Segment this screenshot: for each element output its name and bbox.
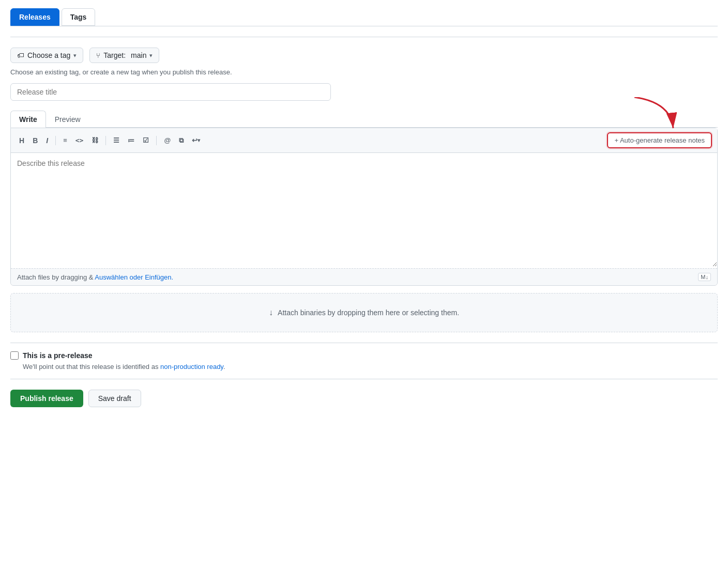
choose-tag-dropdown[interactable]: 🏷 Choose a tag ▾: [10, 48, 83, 63]
pre-release-label[interactable]: This is a pre-release: [23, 351, 93, 360]
tab-releases[interactable]: Releases: [10, 8, 59, 26]
chevron-down-icon: ▾: [73, 52, 77, 59]
task-icon: ☑: [143, 136, 149, 144]
editor-container: H B I ≡ <> ⛓: [10, 128, 718, 286]
pre-release-section: This is a pre-release We'll point out th…: [10, 343, 718, 379]
pre-release-description: We'll point out that this release is ide…: [23, 363, 718, 371]
editor-toolbar: H B I ≡ <> ⛓: [11, 128, 717, 153]
link-icon: ⛓: [92, 136, 98, 144]
attach-select-link[interactable]: Auswählen oder Einfügen.: [95, 273, 173, 281]
pre-release-row: This is a pre-release: [10, 351, 718, 360]
undo-icon: ↩: [192, 136, 198, 144]
target-label: Target:: [103, 51, 126, 59]
controls-row: 🏷 Choose a tag ▾ ⑂ Target: main ▾: [10, 48, 718, 63]
tab-write[interactable]: Write: [10, 111, 46, 128]
toolbar-heading-btn[interactable]: H: [16, 134, 27, 147]
header-divider: [10, 37, 718, 37]
actions-row: Publish release Save draft: [10, 390, 718, 407]
attach-text: Attach files by dragging & Auswählen ode…: [17, 273, 173, 281]
tabs-row: Releases Tags: [10, 8, 718, 26]
code-icon: <>: [75, 136, 84, 144]
tab-preview[interactable]: Preview: [46, 111, 89, 128]
pre-release-desc-text: We'll point out that this release is ide…: [23, 363, 160, 371]
toolbar-ref-btn[interactable]: ⧉: [176, 134, 187, 147]
ol-icon: ≔: [128, 136, 134, 144]
release-title-input[interactable]: [10, 83, 331, 101]
toolbar-sep-2: [105, 136, 106, 145]
download-arrow-icon: ↓: [269, 308, 273, 317]
description-textarea[interactable]: [11, 153, 717, 267]
auto-generate-wrapper: + Auto-generate release notes: [607, 132, 712, 148]
toolbar-link-btn[interactable]: ⛓: [88, 134, 101, 146]
tag-icon: 🏷: [17, 51, 24, 59]
target-branch-dropdown[interactable]: ⑂ Target: main ▾: [89, 48, 159, 63]
pre-release-checkbox[interactable]: [10, 351, 19, 360]
save-draft-button[interactable]: Save draft: [88, 390, 141, 407]
undo-chevron: ▾: [198, 137, 200, 143]
toolbar-sep-1: [55, 136, 56, 145]
chevron-down-icon-2: ▾: [149, 52, 153, 59]
toolbar-code-btn[interactable]: <>: [72, 134, 87, 146]
tab-tags[interactable]: Tags: [62, 8, 96, 26]
toolbar-left: H B I ≡ <> ⛓: [16, 134, 203, 147]
attach-files-row: Attach files by dragging & Auswählen ode…: [11, 268, 717, 285]
mention-icon: @: [164, 136, 171, 144]
binaries-dropzone[interactable]: ↓ Attach binaries by dropping them here …: [10, 293, 718, 332]
tag-hint: Choose an existing tag, or create a new …: [10, 68, 718, 76]
non-production-link[interactable]: non-production ready: [160, 363, 223, 371]
markdown-icon: M↓: [698, 273, 711, 281]
toolbar-list-heading-btn[interactable]: ≡: [60, 134, 70, 146]
toolbar-ol-btn[interactable]: ≔: [125, 134, 138, 146]
attach-text-1: Attach files by dragging &: [17, 273, 93, 281]
toolbar-sep-3: [156, 136, 157, 145]
toolbar-bold-btn[interactable]: B: [29, 134, 41, 147]
branch-icon: ⑂: [96, 52, 100, 59]
editor-tabs: Write Preview: [10, 110, 718, 128]
toolbar-ul-btn[interactable]: ☰: [110, 134, 123, 146]
toolbar-task-btn[interactable]: ☑: [140, 134, 152, 146]
publish-release-button[interactable]: Publish release: [10, 390, 83, 407]
pre-release-desc-end: .: [223, 363, 225, 371]
ul-icon: ☰: [113, 136, 119, 144]
toolbar-italic-btn[interactable]: I: [43, 134, 51, 147]
auto-generate-button[interactable]: + Auto-generate release notes: [607, 132, 712, 148]
toolbar-mention-btn[interactable]: @: [161, 134, 174, 146]
choose-tag-label: Choose a tag: [27, 51, 70, 59]
list-heading-icon: ≡: [63, 136, 67, 144]
branch-name: main: [131, 51, 146, 59]
toolbar-undo-btn[interactable]: ↩ ▾: [189, 134, 203, 146]
binaries-text: Attach binaries by dropping them here or…: [278, 308, 459, 317]
ref-icon: ⧉: [179, 136, 184, 145]
